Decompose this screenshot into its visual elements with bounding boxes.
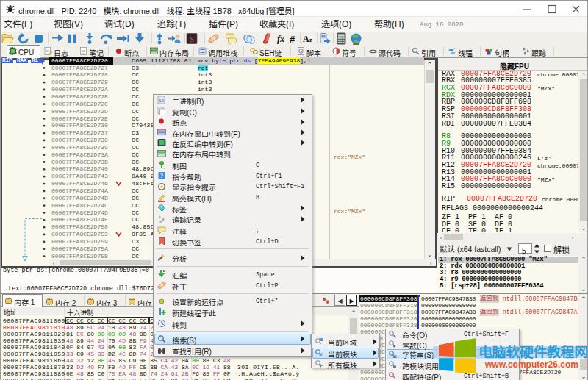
svg-text:#: # <box>393 344 396 348</box>
svg-text:10: 10 <box>159 98 165 104</box>
svg-text:fx: fx <box>277 34 284 44</box>
svg-text:<>: <> <box>369 49 377 56</box>
svg-text:#: # <box>290 34 295 45</box>
svg-text:A: A <box>303 34 309 44</box>
svg-text:S: S <box>190 35 194 43</box>
svg-text:ab: ab <box>393 354 398 359</box>
svg-text:z: z <box>309 37 312 43</box>
svg-text:?: ? <box>160 173 163 179</box>
